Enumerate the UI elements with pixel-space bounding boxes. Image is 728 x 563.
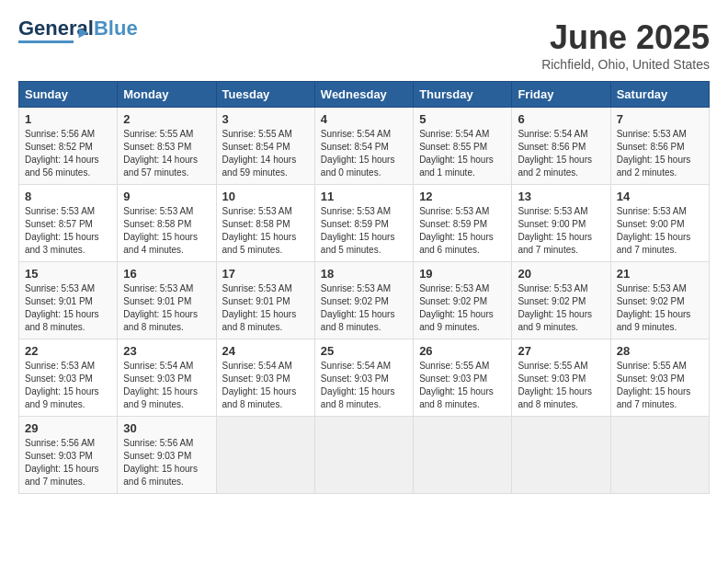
header-row: Sunday Monday Tuesday Wednesday Thursday… — [19, 82, 710, 108]
day-number: 20 — [518, 267, 604, 281]
col-friday: Friday — [512, 82, 610, 108]
location: Richfield, Ohio, United States — [541, 57, 710, 72]
header: GeneralBlue ► June 2025 Richfield, Ohio,… — [18, 18, 710, 72]
calendar-cell-day-25: 25 Sunrise: 5:54 AMSunset: 9:03 PMDaylig… — [314, 339, 413, 417]
day-info: Sunrise: 5:53 AMSunset: 8:59 PMDaylight:… — [321, 206, 395, 255]
calendar-cell-day-1: 1 Sunrise: 5:56 AMSunset: 8:52 PMDayligh… — [19, 108, 118, 185]
day-info: Sunrise: 5:53 AMSunset: 9:02 PMDaylight:… — [617, 283, 691, 332]
month-title: June 2025 — [541, 18, 710, 57]
day-number: 26 — [419, 344, 506, 358]
calendar-cell-day-24: 24 Sunrise: 5:54 AMSunset: 9:03 PMDaylig… — [216, 339, 314, 417]
day-number: 25 — [321, 344, 407, 358]
day-number: 21 — [617, 267, 703, 281]
calendar-cell-day-27: 27 Sunrise: 5:55 AMSunset: 9:03 PMDaylig… — [512, 339, 610, 417]
day-info: Sunrise: 5:54 AMSunset: 8:56 PMDaylight:… — [518, 129, 592, 178]
day-number: 23 — [123, 344, 210, 358]
day-info: Sunrise: 5:55 AMSunset: 9:03 PMDaylight:… — [518, 361, 592, 409]
day-number: 16 — [123, 267, 210, 281]
day-number: 9 — [123, 190, 210, 203]
day-number: 13 — [518, 190, 604, 203]
day-info: Sunrise: 5:54 AMSunset: 8:54 PMDaylight:… — [321, 129, 395, 178]
calendar-cell-day-29: 29 Sunrise: 5:56 AMSunset: 9:03 PMDaylig… — [19, 417, 118, 494]
day-number: 18 — [321, 267, 407, 281]
calendar-cell-day-6: 6 Sunrise: 5:54 AMSunset: 8:56 PMDayligh… — [512, 108, 610, 185]
calendar-cell-empty — [216, 417, 314, 494]
calendar-cell-day-23: 23 Sunrise: 5:54 AMSunset: 9:03 PMDaylig… — [118, 339, 216, 417]
day-number: 24 — [222, 344, 309, 358]
calendar-week-1: 1 Sunrise: 5:56 AMSunset: 8:52 PMDayligh… — [19, 108, 710, 185]
day-number: 19 — [419, 267, 506, 281]
calendar-cell-day-7: 7 Sunrise: 5:53 AMSunset: 8:56 PMDayligh… — [610, 108, 709, 185]
day-info: Sunrise: 5:55 AMSunset: 8:54 PMDaylight:… — [222, 129, 297, 178]
day-number: 12 — [419, 190, 506, 203]
day-number: 8 — [25, 190, 111, 203]
calendar-week-4: 22 Sunrise: 5:53 AMSunset: 9:03 PMDaylig… — [19, 339, 710, 417]
logo-underline — [18, 40, 74, 43]
calendar-cell-empty — [314, 417, 413, 494]
day-number: 2 — [123, 112, 210, 126]
day-number: 14 — [617, 190, 703, 203]
day-info: Sunrise: 5:53 AMSunset: 8:58 PMDaylight:… — [123, 206, 198, 255]
day-info: Sunrise: 5:54 AMSunset: 9:03 PMDaylight:… — [123, 361, 198, 409]
day-info: Sunrise: 5:54 AMSunset: 9:03 PMDaylight:… — [321, 361, 395, 409]
calendar-cell-day-22: 22 Sunrise: 5:53 AMSunset: 9:03 PMDaylig… — [19, 339, 118, 417]
day-info: Sunrise: 5:53 AMSunset: 9:02 PMDaylight:… — [518, 283, 592, 332]
day-info: Sunrise: 5:55 AMSunset: 9:03 PMDaylight:… — [419, 361, 494, 409]
logo: GeneralBlue ► — [18, 18, 138, 42]
logo-blue: Blue — [94, 17, 138, 40]
day-info: Sunrise: 5:53 AMSunset: 8:56 PMDaylight:… — [617, 129, 691, 178]
day-number: 1 — [25, 112, 111, 126]
day-number: 4 — [321, 112, 407, 126]
calendar-cell-day-9: 9 Sunrise: 5:53 AMSunset: 8:58 PMDayligh… — [118, 185, 216, 262]
day-info: Sunrise: 5:56 AMSunset: 8:52 PMDaylight:… — [25, 129, 99, 178]
calendar-cell-day-26: 26 Sunrise: 5:55 AMSunset: 9:03 PMDaylig… — [414, 339, 512, 417]
calendar-week-5: 29 Sunrise: 5:56 AMSunset: 9:03 PMDaylig… — [19, 417, 710, 494]
day-number: 22 — [25, 344, 111, 358]
day-number: 30 — [123, 421, 210, 435]
day-info: Sunrise: 5:53 AMSunset: 9:01 PMDaylight:… — [123, 283, 198, 332]
day-number: 27 — [518, 344, 604, 358]
day-number: 10 — [222, 190, 309, 203]
day-number: 7 — [617, 112, 703, 126]
calendar-cell-day-19: 19 Sunrise: 5:53 AMSunset: 9:02 PMDaylig… — [414, 262, 512, 339]
day-number: 17 — [222, 267, 309, 281]
calendar-cell-day-5: 5 Sunrise: 5:54 AMSunset: 8:55 PMDayligh… — [414, 108, 512, 185]
col-saturday: Saturday — [610, 82, 709, 108]
day-info: Sunrise: 5:53 AMSunset: 9:01 PMDaylight:… — [222, 283, 297, 332]
calendar-week-2: 8 Sunrise: 5:53 AMSunset: 8:57 PMDayligh… — [19, 185, 710, 262]
day-info: Sunrise: 5:53 AMSunset: 8:58 PMDaylight:… — [222, 206, 297, 255]
day-info: Sunrise: 5:53 AMSunset: 9:02 PMDaylight:… — [321, 283, 395, 332]
calendar-cell-day-11: 11 Sunrise: 5:53 AMSunset: 8:59 PMDaylig… — [314, 185, 413, 262]
calendar-cell-day-16: 16 Sunrise: 5:53 AMSunset: 9:01 PMDaylig… — [118, 262, 216, 339]
col-tuesday: Tuesday — [216, 82, 314, 108]
day-number: 29 — [25, 421, 111, 435]
day-info: Sunrise: 5:53 AMSunset: 9:01 PMDaylight:… — [25, 283, 99, 332]
logo-icon: ► — [75, 23, 92, 42]
day-info: Sunrise: 5:55 AMSunset: 8:53 PMDaylight:… — [123, 129, 198, 178]
calendar-cell-day-8: 8 Sunrise: 5:53 AMSunset: 8:57 PMDayligh… — [19, 185, 118, 262]
calendar-table: Sunday Monday Tuesday Wednesday Thursday… — [18, 81, 710, 494]
col-wednesday: Wednesday — [314, 82, 413, 108]
calendar-cell-day-21: 21 Sunrise: 5:53 AMSunset: 9:02 PMDaylig… — [610, 262, 709, 339]
day-info: Sunrise: 5:53 AMSunset: 8:57 PMDaylight:… — [25, 206, 99, 255]
day-info: Sunrise: 5:56 AMSunset: 9:03 PMDaylight:… — [25, 438, 99, 487]
calendar-cell-day-28: 28 Sunrise: 5:55 AMSunset: 9:03 PMDaylig… — [610, 339, 709, 417]
calendar-cell-day-14: 14 Sunrise: 5:53 AMSunset: 9:00 PMDaylig… — [610, 185, 709, 262]
day-number: 28 — [617, 344, 703, 358]
calendar-cell-day-18: 18 Sunrise: 5:53 AMSunset: 9:02 PMDaylig… — [314, 262, 413, 339]
day-info: Sunrise: 5:53 AMSunset: 9:03 PMDaylight:… — [25, 361, 99, 409]
calendar-cell-day-20: 20 Sunrise: 5:53 AMSunset: 9:02 PMDaylig… — [512, 262, 610, 339]
day-info: Sunrise: 5:53 AMSunset: 8:59 PMDaylight:… — [419, 206, 494, 255]
day-number: 5 — [419, 112, 506, 126]
calendar-cell-day-17: 17 Sunrise: 5:53 AMSunset: 9:01 PMDaylig… — [216, 262, 314, 339]
title-area: June 2025 Richfield, Ohio, United States — [541, 18, 710, 72]
calendar-cell-day-12: 12 Sunrise: 5:53 AMSunset: 8:59 PMDaylig… — [414, 185, 512, 262]
calendar-cell-empty — [512, 417, 610, 494]
day-info: Sunrise: 5:54 AMSunset: 8:55 PMDaylight:… — [419, 129, 494, 178]
day-number: 15 — [25, 267, 111, 281]
calendar-cell-day-3: 3 Sunrise: 5:55 AMSunset: 8:54 PMDayligh… — [216, 108, 314, 185]
col-thursday: Thursday — [414, 82, 512, 108]
col-sunday: Sunday — [19, 82, 118, 108]
calendar-cell-day-4: 4 Sunrise: 5:54 AMSunset: 8:54 PMDayligh… — [314, 108, 413, 185]
calendar-cell-empty — [610, 417, 709, 494]
